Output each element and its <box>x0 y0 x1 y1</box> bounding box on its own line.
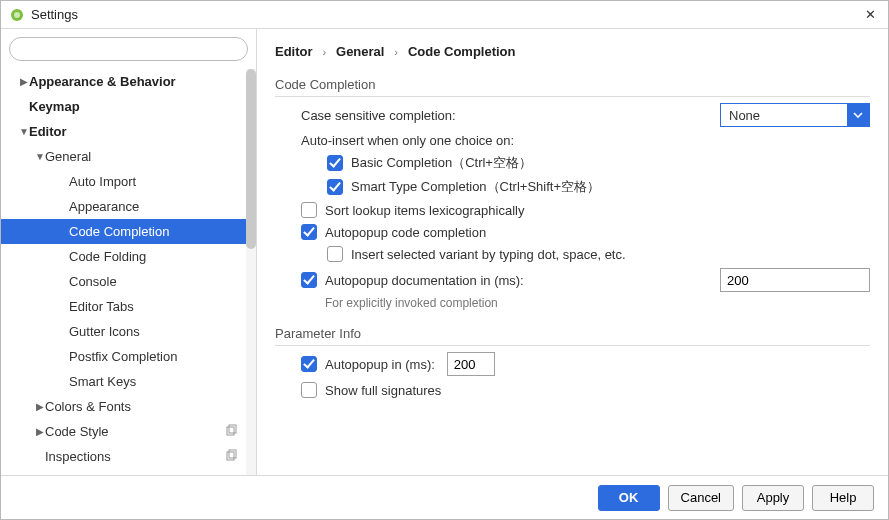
svg-rect-5 <box>229 425 236 433</box>
sidebar-item-postfix-completion[interactable]: ▶Postfix Completion <box>1 344 256 369</box>
sidebar-item-label: Appearance <box>69 199 139 214</box>
breadcrumb-editor: Editor <box>275 44 313 59</box>
checkbox-sort-lex[interactable] <box>301 202 317 218</box>
caret-right-icon[interactable]: ▶ <box>35 426 45 437</box>
svg-rect-4 <box>227 427 234 435</box>
label-insert-variant: Insert selected variant by typing dot, s… <box>351 247 626 262</box>
sidebar-item-code-completion[interactable]: ▶Code Completion <box>1 219 256 244</box>
sidebar-item-label: Code Completion <box>69 224 169 239</box>
copy-icon[interactable] <box>224 424 238 441</box>
row-show-full-sig: Show full signatures <box>275 382 870 398</box>
checkbox-basic-completion[interactable] <box>327 155 343 171</box>
sidebar-item-label: Gutter Icons <box>69 324 140 339</box>
sidebar-item-editor-tabs[interactable]: ▶Editor Tabs <box>1 294 256 319</box>
sidebar-item-smart-keys[interactable]: ▶Smart Keys <box>1 369 256 394</box>
label-basic-completion: Basic Completion（Ctrl+空格） <box>351 154 532 172</box>
dialog-body: ▶Appearance & Behavior▶Keymap▼Editor▼Gen… <box>1 29 888 475</box>
ok-button[interactable]: OK <box>598 485 660 511</box>
row-case-sensitive: Case sensitive completion: None <box>275 103 870 127</box>
sidebar-item-appearance-behavior[interactable]: ▶Appearance & Behavior <box>1 69 256 94</box>
sidebar-item-label: Appearance & Behavior <box>29 74 176 89</box>
chevron-down-icon <box>847 103 869 127</box>
checkbox-autopopup[interactable] <box>301 224 317 240</box>
caret-right-icon[interactable]: ▶ <box>35 401 45 412</box>
breadcrumb-sep-icon: › <box>316 46 332 58</box>
sidebar-item-editor[interactable]: ▼Editor <box>1 119 256 144</box>
sidebar-item-label: Keymap <box>29 99 80 114</box>
label-autodoc: Autopopup documentation in (ms): <box>325 273 565 288</box>
window-title: Settings <box>31 7 860 22</box>
tree-scrollbar[interactable] <box>246 69 256 475</box>
search-input[interactable] <box>9 37 248 61</box>
section-parameter-info: Parameter Info <box>275 326 870 346</box>
sidebar-item-appearance[interactable]: ▶Appearance <box>1 194 256 219</box>
sidebar-item-label: Colors & Fonts <box>45 399 131 414</box>
apply-button[interactable]: Apply <box>742 485 804 511</box>
copy-icon[interactable] <box>224 449 238 466</box>
sidebar-item-label: Inspections <box>45 449 111 464</box>
label-smart-completion: Smart Type Completion（Ctrl+Shift+空格） <box>351 178 600 196</box>
sidebar-item-colors-fonts[interactable]: ▶Colors & Fonts <box>1 394 256 419</box>
row-param-autopopup: Autopopup in (ms): <box>275 352 870 376</box>
sidebar-item-label: Editor <box>29 124 67 139</box>
sidebar-item-label: Auto Import <box>69 174 136 189</box>
sidebar-item-gutter-icons[interactable]: ▶Gutter Icons <box>1 319 256 344</box>
section-code-completion: Code Completion <box>275 77 870 97</box>
sidebar-item-console[interactable]: ▶Console <box>1 269 256 294</box>
sidebar-item-code-style[interactable]: ▶Code Style <box>1 419 256 444</box>
label-show-full-sig: Show full signatures <box>325 383 441 398</box>
svg-rect-7 <box>229 450 236 458</box>
close-icon[interactable]: ✕ <box>860 7 880 22</box>
caret-right-icon[interactable]: ▶ <box>19 76 29 87</box>
svg-point-1 <box>14 12 20 18</box>
help-button[interactable]: Help <box>812 485 874 511</box>
checkbox-smart-completion[interactable] <box>327 179 343 195</box>
input-param-autopopup-ms[interactable] <box>447 352 495 376</box>
sidebar-item-keymap[interactable]: ▶Keymap <box>1 94 256 119</box>
settings-tree[interactable]: ▶Appearance & Behavior▶Keymap▼Editor▼Gen… <box>1 69 256 475</box>
row-sort-lex: Sort lookup items lexicographically <box>275 202 870 218</box>
sidebar-item-label: Console <box>69 274 117 289</box>
label-case-sensitive: Case sensitive completion: <box>301 108 551 123</box>
svg-rect-6 <box>227 452 234 460</box>
tree-scroll-thumb[interactable] <box>246 69 256 249</box>
sidebar-item-general[interactable]: ▼General <box>1 144 256 169</box>
input-autodoc-ms[interactable] <box>720 268 870 292</box>
sidebar-item-label: Postfix Completion <box>69 349 177 364</box>
cancel-button[interactable]: Cancel <box>668 485 734 511</box>
breadcrumb-sep-icon: › <box>388 46 404 58</box>
sidebar-item-label: General <box>45 149 91 164</box>
select-value: None <box>729 108 760 123</box>
sidebar-item-label: Code Style <box>45 424 109 439</box>
sidebar-item-label: Smart Keys <box>69 374 136 389</box>
checkbox-insert-variant[interactable] <box>327 246 343 262</box>
select-case-sensitive[interactable]: None <box>720 103 870 127</box>
dialog-footer: OK Cancel Apply Help <box>1 475 888 519</box>
sidebar-item-inspections[interactable]: ▶Inspections <box>1 444 256 469</box>
sidebar: ▶Appearance & Behavior▶Keymap▼Editor▼Gen… <box>1 29 257 475</box>
caret-down-icon[interactable]: ▼ <box>35 151 45 162</box>
label-auto-insert-text: Auto-insert when only one choice on: <box>301 133 514 148</box>
sidebar-item-code-folding[interactable]: ▶Code Folding <box>1 244 256 269</box>
breadcrumb-codecompletion: Code Completion <box>408 44 516 59</box>
label-param-autopopup: Autopopup in (ms): <box>325 357 435 372</box>
hint-autodoc: For explicitly invoked completion <box>275 296 870 310</box>
caret-down-icon[interactable]: ▼ <box>19 126 29 137</box>
sidebar-item-label: Editor Tabs <box>69 299 134 314</box>
label-autopopup: Autopopup code completion <box>325 225 486 240</box>
sidebar-item-auto-import[interactable]: ▶Auto Import <box>1 169 256 194</box>
checkbox-param-autopopup[interactable] <box>301 356 317 372</box>
titlebar: Settings ✕ <box>1 1 888 29</box>
app-icon <box>9 7 25 23</box>
row-insert-variant: Insert selected variant by typing dot, s… <box>275 246 870 262</box>
row-smart-completion: Smart Type Completion（Ctrl+Shift+空格） <box>275 178 870 196</box>
settings-content: Code Completion Case sensitive completio… <box>257 67 888 475</box>
breadcrumb-general: General <box>336 44 384 59</box>
settings-dialog: Settings ✕ ▶Appearance & Behavior▶Keymap… <box>0 0 889 520</box>
checkbox-show-full-sig[interactable] <box>301 382 317 398</box>
row-autodoc: Autopopup documentation in (ms): <box>275 268 870 292</box>
row-basic-completion: Basic Completion（Ctrl+空格） <box>275 154 870 172</box>
label-sort-lex: Sort lookup items lexicographically <box>325 203 524 218</box>
label-auto-insert: Auto-insert when only one choice on: <box>275 133 870 148</box>
checkbox-autodoc[interactable] <box>301 272 317 288</box>
